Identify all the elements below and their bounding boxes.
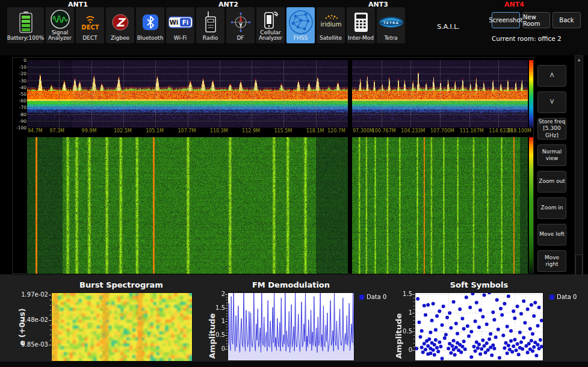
burst-ylabel: e (+0us) [17,297,26,357]
db-tick-label: -20 [13,72,26,76]
fhss-icon [288,8,314,35]
ytick-label: 1.5 [189,305,225,311]
tool-intermod[interactable]: Inter-Mod [347,7,375,43]
zigbee-icon: Z [111,8,130,35]
signal-analyzer-icon [50,8,70,30]
app-title: S.A.I.L. [421,23,475,31]
db-tick-label: -10 [13,65,26,70]
fm-plot-frame [227,292,354,361]
zoom-out-button[interactable]: Zoom out [537,171,566,193]
freq-tick-label: 102.5M [114,128,132,134]
tool-label: Radio [203,35,218,42]
soft-plot-frame [415,292,543,361]
dect-icon: DECT [80,8,101,35]
spectrum-display-right [352,60,528,128]
intermod-icon [353,8,370,35]
bottom-strip [0,362,588,367]
freq-tick-label: 107.7M [178,128,196,134]
tool-label: DECT [82,35,97,42]
scroll-up-icon[interactable]: ▲ [575,56,583,63]
svg-text:DECT: DECT [81,24,99,31]
tool-dect[interactable]: DECTDECT [76,7,104,43]
freq-tick-label: 107.700M [430,128,454,134]
tool-satellite[interactable]: iridiumSatellite [317,7,345,43]
df-icon [231,8,251,35]
svg-text:iridium: iridium [320,21,341,28]
bluetooth-icon [142,8,159,35]
freq-tick-label: 120.7M [327,128,345,134]
freq-tick-label: 97.3M [49,128,64,134]
nav-up-button[interactable]: Λ [537,65,566,87]
waterfall-display-right [352,137,528,274]
freq-tick-label: 110.3M [210,128,228,134]
cellular-analyzer-icon [261,8,281,30]
svg-text:Fi: Fi [182,19,188,26]
tool-label: Wi-Fi [174,35,187,42]
move-left-button[interactable]: Move left [537,224,566,245]
tool-label: SignalAnalyzer [48,30,72,42]
tool-label: Bluetooth [137,35,164,42]
bottom-charts: Burst Spectrogram e (+0us) 1.97e-021.48e… [0,274,588,362]
screenshot-button[interactable]: Screenshot [492,12,520,28]
nav-down-button[interactable]: V [537,91,566,113]
tool-bluetooth[interactable]: Bluetooth [136,7,164,43]
freq-tick-label: 115.5M [274,128,292,134]
control-sidebar: ΛVStore freq[5.300 GHz]Normal viewZoom o… [537,57,566,274]
fm-legend-swatch [359,295,364,300]
radio-icon [202,8,219,35]
normal-view-button[interactable]: Normal view [537,144,566,166]
ytick-label: 2 [189,291,225,297]
new-room-button[interactable]: New Room [522,12,550,28]
freq-tick-label: 112.9M [242,128,260,134]
freq-tick-label: 104.233M [401,128,425,134]
db-tick-label: -60 [13,99,26,103]
tool-cellular-analyzer[interactable]: CellularAnalyzer [256,7,285,43]
tool-label: Tetra [384,35,397,42]
freq-tick-label: 118.1M [306,128,324,134]
soft-legend: Data 0 [549,294,577,300]
ytick-label: 0 [189,346,225,352]
move-right-button[interactable]: Move right [537,250,566,272]
freq-tick-label: 105.1M [146,128,164,134]
tool-battery[interactable]: Battery:100% [7,7,44,43]
tool-tetra[interactable]: TETRATetra [377,7,405,43]
soft-legend-label: Data 0 [557,294,577,300]
tool-label: DF [237,35,244,42]
ytick-label: 1.48e-02 [12,317,48,323]
db-tick-label: -80 [13,113,26,117]
wifi-icon: WiFi [169,8,193,35]
db-tick-label: -100 [13,126,26,131]
freq-tick-label: 100.767M [372,128,396,134]
svg-text:Wi: Wi [169,19,178,26]
spectrum-panel: 0-10-20-30-40-50-60-70-80-90-100 94.7M97… [12,57,534,274]
soft-legend-swatch [549,295,554,300]
zoom-in-button[interactable]: Zoom in [537,197,566,219]
soft-symbols-plot [415,293,543,360]
tool-label: Inter-Mod [348,35,374,42]
db-tick-label: -50 [13,92,26,97]
tool-radio[interactable]: Radio [196,7,224,43]
tool-label: Satellite [320,35,342,42]
current-room-label: Current room: office 2 [492,35,562,42]
burst-spectrogram-title: Burst Spectrogram [51,280,191,289]
battery-icon [19,8,33,35]
ytick-label: 1.5 [376,291,412,297]
ytick-label: 1 [376,310,412,316]
tool-zigbee[interactable]: ZZigbee [106,7,134,43]
ytick-label: 9.85e-03 [12,342,48,348]
tool-df[interactable]: DF [226,7,255,43]
tool-label: Battery:100% [7,35,44,42]
freq-tick-label: 118.100M [507,128,531,134]
fm-demodulation-plot [228,293,354,360]
tool-wifi[interactable]: WiFiWi-Fi [166,7,194,43]
tool-signal-analyzer[interactable]: SignalAnalyzer [46,7,74,43]
store-freq-button[interactable]: Store freq[5.300 GHz] [537,118,566,140]
tetra-icon: TETRA [378,8,404,35]
tool-fhss[interactable]: FHSS [286,7,315,43]
antenna-label-4: ANT4 [504,1,524,8]
freq-tick-label: 99.9M [82,128,97,134]
db-tick-label: -40 [13,85,26,90]
spectrum-display-left [27,60,348,128]
back-button[interactable]: Back [552,12,581,28]
svg-text:TETRA: TETRA [383,20,399,25]
